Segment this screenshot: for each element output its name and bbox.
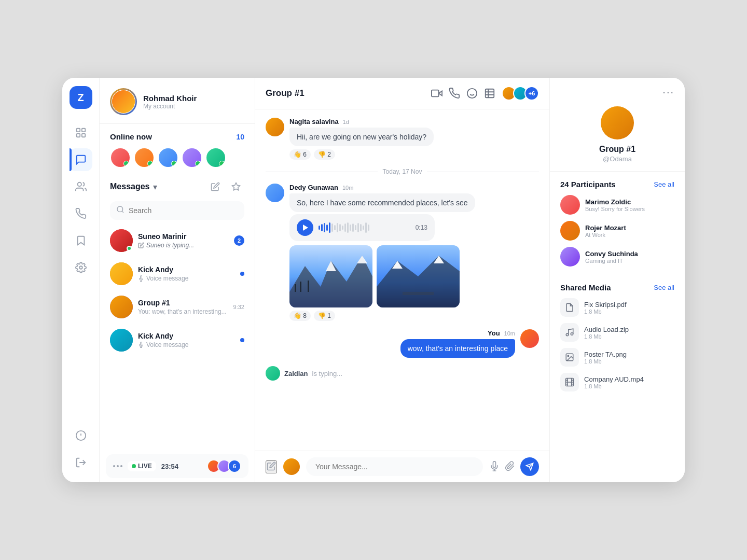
search-icon xyxy=(116,205,125,216)
more-options-button[interactable] xyxy=(484,88,495,99)
attachment-button[interactable] xyxy=(505,461,515,473)
live-bar[interactable]: LIVE 23:54 6 xyxy=(106,454,248,478)
list-item[interactable]: Suneo Marinir Suneo is typing... 2 xyxy=(106,224,248,257)
file-size: 1,8 Mb xyxy=(584,333,629,340)
message-bubble: wow, that's an interesting place xyxy=(400,339,515,358)
media-file[interactable]: Audio Load.zip 1,8 Mb xyxy=(560,323,674,342)
message-info: Kick Andy Voice message xyxy=(138,265,235,282)
live-indicator-icon xyxy=(132,464,136,468)
chat-message: Dedy Gunawan 10m So, here I have some re… xyxy=(266,184,539,321)
unread-badge: 2 xyxy=(234,235,244,246)
file-size: 1,8 Mb xyxy=(584,358,627,365)
emoji-button[interactable] xyxy=(466,88,478,99)
video-call-button[interactable] xyxy=(431,88,442,99)
typing-indicator: Zaldian is typing... xyxy=(266,366,539,381)
reaction-button[interactable]: 👎 2 xyxy=(314,149,335,160)
message-input[interactable] xyxy=(306,457,483,476)
chat-image[interactable] xyxy=(289,245,372,307)
online-avatar[interactable] xyxy=(134,147,155,168)
compose-button[interactable] xyxy=(207,178,224,195)
avatar xyxy=(110,262,133,285)
media-file[interactable]: Poster TA.png 1,8 Mb xyxy=(560,348,674,367)
nav-item-bookmarks[interactable] xyxy=(70,229,92,252)
list-item[interactable]: Kick Andy Voice message xyxy=(106,324,248,357)
sidebar: Rohmad Khoir My account Online now 10 xyxy=(100,78,255,482)
participant-avatar xyxy=(560,221,580,241)
reaction-button[interactable]: 👋 6 xyxy=(289,149,311,160)
message-meta xyxy=(240,338,244,342)
app-logo[interactable]: Z xyxy=(70,86,92,109)
contact-name: Suneo Marinir xyxy=(138,232,229,241)
microphone-button[interactable] xyxy=(489,461,500,473)
file-name: Audio Load.zip xyxy=(584,326,629,333)
nav-item-messages[interactable] xyxy=(70,148,92,171)
nav-item-settings[interactable] xyxy=(70,256,92,279)
participant-item[interactable]: Marimo Zoldic Busy! Sorry for Slowers xyxy=(560,195,674,215)
nav-item-calls[interactable] xyxy=(70,202,92,225)
participants-count: +6 xyxy=(524,86,539,101)
participant-name: Convy Suchinda xyxy=(585,250,638,258)
chat-image[interactable] xyxy=(377,245,460,307)
search-wrap xyxy=(110,201,244,220)
nav-item-logout[interactable] xyxy=(70,451,92,474)
see-all-participants[interactable]: See all xyxy=(654,180,674,188)
sender-avatar xyxy=(266,118,284,136)
message-meta: 9:32 xyxy=(233,304,244,310)
live-badge: LIVE xyxy=(128,461,156,471)
svg-rect-18 xyxy=(432,90,439,97)
waveform xyxy=(319,221,410,234)
app-container: Z xyxy=(62,78,685,482)
participant-avatar xyxy=(560,195,580,215)
chevron-down-icon: ▾ xyxy=(153,182,157,192)
participant-item[interactable]: Rojer Mozart At Work xyxy=(560,221,674,241)
send-button[interactable] xyxy=(520,457,539,476)
see-all-media[interactable]: See all xyxy=(654,284,674,291)
star-button[interactable] xyxy=(228,178,244,195)
reaction-button[interactable]: 👋 8 xyxy=(289,311,311,321)
participant-item[interactable]: Convy Suchinda Gaming and IT xyxy=(560,247,674,267)
participant-name: Marimo Zoldic xyxy=(585,198,645,206)
list-item[interactable]: Kick Andy Voice message xyxy=(106,257,248,290)
media-file[interactable]: Company AUD.mp4 1,8 Mb xyxy=(560,373,674,391)
list-item[interactable]: Group #1 You: wow, that's an interesting… xyxy=(106,290,248,324)
online-avatar[interactable] xyxy=(182,147,202,168)
file-info: Poster TA.png 1,8 Mb xyxy=(584,351,627,365)
unread-dot xyxy=(240,272,244,276)
online-section: Online now 10 xyxy=(100,124,255,172)
chat-input-wrap xyxy=(255,451,549,482)
online-avatar[interactable] xyxy=(158,147,178,168)
svg-rect-0 xyxy=(76,129,79,132)
reaction-button[interactable]: 👎 1 xyxy=(314,311,335,321)
contact-name: Kick Andy xyxy=(138,332,235,340)
nav-item-grid[interactable] xyxy=(70,121,92,144)
file-size: 1,8 Mb xyxy=(584,309,627,315)
date-divider: Today, 17 Nov xyxy=(266,168,539,175)
messages-title: Messages xyxy=(110,182,150,191)
input-actions xyxy=(489,457,539,476)
nav-item-contacts[interactable] xyxy=(70,175,92,198)
right-panel: ··· Group #1 @Odama 24 Participants See … xyxy=(550,78,685,482)
audio-duration: 0:13 xyxy=(416,224,427,231)
media-file[interactable]: Fix Skripsi.pdf 1,8 Mb xyxy=(560,298,674,317)
online-avatar[interactable] xyxy=(205,147,226,168)
file-icon xyxy=(560,323,579,342)
right-panel-header: ··· xyxy=(550,78,685,102)
contact-name: Kick Andy xyxy=(138,265,235,274)
search-input[interactable] xyxy=(129,206,238,215)
participants-avatars[interactable]: +6 xyxy=(502,86,539,101)
svg-point-11 xyxy=(117,206,123,212)
chat-images xyxy=(289,245,475,307)
online-avatar[interactable] xyxy=(110,147,131,168)
voice-call-button[interactable] xyxy=(449,88,460,99)
pencil-button[interactable] xyxy=(266,460,277,473)
message-time: 1d xyxy=(343,119,349,125)
play-button[interactable] xyxy=(297,219,313,236)
participant-info: Convy Suchinda Gaming and IT xyxy=(585,250,638,264)
shared-media-section: Shared Media See all Fix Skripsi.pdf 1,8… xyxy=(550,279,685,482)
svg-point-45 xyxy=(568,355,569,356)
more-options-button[interactable]: ··· xyxy=(662,86,674,98)
svg-rect-30 xyxy=(295,284,296,292)
message-preview: You: wow, that's an interesting... xyxy=(138,308,228,315)
nav-item-info[interactable] xyxy=(70,424,92,447)
messages-section: Messages ▾ xyxy=(100,172,255,482)
